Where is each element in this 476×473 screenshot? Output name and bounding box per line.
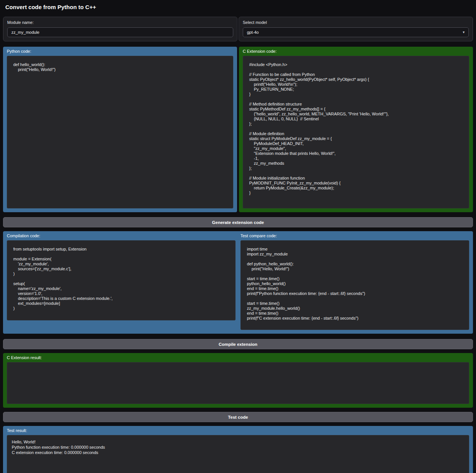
model-select-value: gpt-4o xyxy=(247,30,259,35)
generate-extension-code-button[interactable]: Generate extension code xyxy=(3,217,473,227)
compile-extension-button[interactable]: Compile extension xyxy=(3,339,473,349)
model-select-group: Select model gpt-4o ▾ xyxy=(239,17,473,41)
python-code-label: Python code: xyxy=(7,49,233,54)
module-name-input[interactable] xyxy=(7,27,233,37)
test-code-button[interactable]: Test code xyxy=(3,412,473,422)
module-name-group: Module name: xyxy=(3,17,237,41)
python-code-textarea[interactable]: def hello_world(): print("Hello, World!"… xyxy=(7,56,233,208)
c-extension-result-textarea[interactable] xyxy=(7,362,469,404)
compilation-code-label: Compilation code: xyxy=(7,233,236,238)
test-result-panel: Test result: Hello, World! Python functi… xyxy=(3,426,473,473)
config-row: Module name: Select model gpt-4o ▾ xyxy=(3,17,473,41)
compile-test-columns: Compilation code: from setuptools import… xyxy=(7,233,469,330)
test-compare-code-label: Test compare code: xyxy=(240,233,469,238)
compilation-code-column: Compilation code: from setuptools import… xyxy=(7,233,236,320)
compile-test-panel: Compilation code: from setuptools import… xyxy=(3,231,473,334)
source-code-row: Python code: def hello_world(): print("H… xyxy=(3,47,473,212)
module-name-label: Module name: xyxy=(7,20,233,25)
test-result-label: Test result: xyxy=(7,428,469,433)
c-extension-result-label: C Extension result: xyxy=(7,355,469,360)
model-select-label: Select model xyxy=(243,20,469,25)
test-compare-code-column: Test compare code: import time import zz… xyxy=(240,233,469,330)
chevron-down-icon: ▾ xyxy=(463,30,465,34)
c-extension-code-panel: C Extension code: #include <Python.h> //… xyxy=(239,47,473,212)
compilation-code-textarea[interactable]: from setuptools import setup, Extension … xyxy=(7,240,236,320)
c-extension-code-label: C Extension code: xyxy=(243,49,469,54)
python-code-panel: Python code: def hello_world(): print("H… xyxy=(3,47,237,212)
c-extension-code-textarea[interactable]: #include <Python.h> // Function to be ca… xyxy=(243,56,469,208)
model-select[interactable]: gpt-4o ▾ xyxy=(243,27,469,37)
app-container: Convert code from Python to C++ Module n… xyxy=(0,0,476,473)
test-result-textarea[interactable]: Hello, World! Python function execution … xyxy=(7,435,469,473)
test-compare-code-textarea[interactable]: import time import zz_my_module def pyth… xyxy=(240,240,469,330)
c-extension-result-panel: C Extension result: xyxy=(3,353,473,408)
page-title: Convert code from Python to C++ xyxy=(5,4,471,11)
